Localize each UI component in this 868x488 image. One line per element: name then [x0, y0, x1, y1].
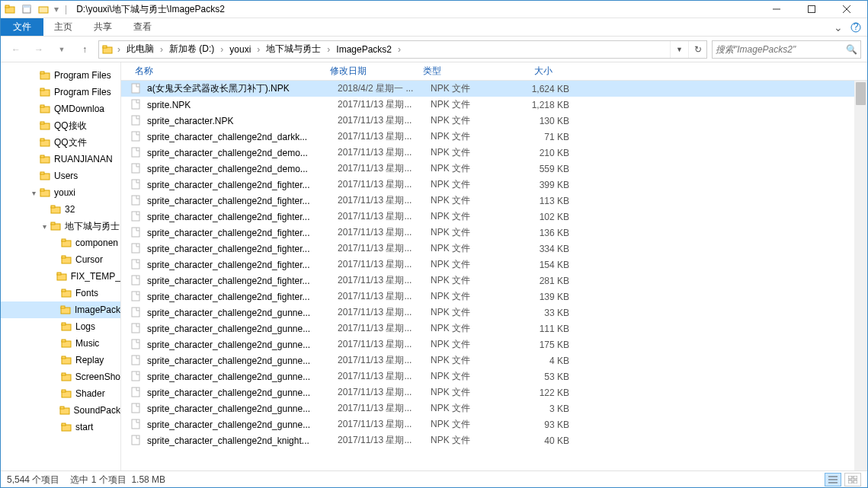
- file-row[interactable]: sprite_character_challenge2nd_demo...201…: [121, 161, 867, 177]
- search-box[interactable]: 🔍: [712, 40, 861, 59]
- file-row[interactable]: sprite_character_challenge2nd_fighter...…: [121, 273, 867, 289]
- breadcrumb-segment[interactable]: 此电脑: [122, 41, 159, 58]
- tree-item[interactable]: QQ接收: [1, 117, 120, 134]
- file-row[interactable]: sprite_character_challenge2nd_gunne...20…: [121, 336, 867, 352]
- tree-item[interactable]: SoundPack: [1, 402, 120, 419]
- tree-item[interactable]: Cursor: [1, 251, 120, 268]
- scrollbar-thumb[interactable]: [856, 82, 866, 105]
- forward-button[interactable]: →: [30, 40, 48, 59]
- file-row[interactable]: sprite_character_challenge2nd_fighter...…: [121, 241, 867, 257]
- close-button[interactable]: [829, 1, 864, 18]
- file-row[interactable]: sprite_character_challenge2nd_gunne...20…: [121, 416, 867, 432]
- file-row[interactable]: sprite_character_challenge2nd_gunne...20…: [121, 384, 867, 400]
- file-row[interactable]: sprite_character_challenge2nd_gunne...20…: [121, 400, 867, 416]
- file-row[interactable]: sprite_character_challenge2nd_fighter...…: [121, 257, 867, 273]
- file-date: 2017/11/13 星期...: [338, 146, 431, 159]
- file-size: 175 KB: [514, 340, 569, 350]
- details-view-button[interactable]: [825, 473, 841, 486]
- chevron-right-icon[interactable]: ›: [219, 44, 225, 55]
- ribbon-tab[interactable]: 共享: [83, 18, 123, 36]
- file-tab[interactable]: 文件: [1, 18, 43, 36]
- ribbon-tab[interactable]: 主页: [43, 18, 83, 36]
- file-row[interactable]: sprite_character_challenge2nd_fighter...…: [121, 289, 867, 305]
- nav-bar: ← → ▼ ↑ › 此电脑›新加卷 (D:)›youxi›地下城与勇士›Imag…: [1, 37, 867, 62]
- tree-item[interactable]: FIX_TEMP_: [1, 268, 120, 285]
- file-name: sprite_character_challenge2nd_gunne...: [147, 388, 338, 398]
- breadcrumb-segment[interactable]: 地下城与勇士: [261, 41, 325, 58]
- breadcrumb-segment[interactable]: 新加卷 (D:): [165, 41, 219, 58]
- tree-item[interactable]: Program Files: [1, 84, 120, 100]
- file-size: 71 KB: [514, 132, 569, 142]
- properties-icon[interactable]: [21, 3, 33, 15]
- expand-icon[interactable]: ▾: [28, 189, 39, 197]
- tree-item[interactable]: RUANJIANAN: [1, 151, 120, 167]
- tree-item[interactable]: Logs: [1, 318, 120, 335]
- tree-item[interactable]: QMDownloa: [1, 100, 120, 117]
- file-row[interactable]: sprite_character_challenge2nd_gunne...20…: [121, 352, 867, 368]
- col-name[interactable]: 名称: [130, 65, 325, 78]
- svg-rect-30: [51, 206, 55, 208]
- chevron-right-icon[interactable]: ›: [396, 44, 402, 55]
- address-bar[interactable]: › 此电脑›新加卷 (D:)›youxi›地下城与勇士›ImagePacks2›…: [98, 40, 707, 59]
- tree-item[interactable]: Shader: [1, 385, 120, 402]
- folder-tree[interactable]: Program FilesProgram FilesQMDownloaQQ接收Q…: [1, 62, 121, 470]
- qat: ▾ | D:\youxi\地下城与勇士\ImagePacks2: [4, 3, 225, 16]
- recent-dropdown[interactable]: ▼: [53, 40, 71, 59]
- file-row[interactable]: sprite.NPK2017/11/13 星期...NPK 文件1,218 KB: [121, 97, 867, 113]
- tree-item[interactable]: ImagePack: [1, 301, 120, 318]
- thumbnails-view-button[interactable]: [844, 473, 861, 486]
- tree-item[interactable]: ▾地下城与勇士: [1, 218, 120, 234]
- minimize-button[interactable]: [759, 1, 794, 18]
- up-button[interactable]: ↑: [75, 40, 94, 59]
- tree-item[interactable]: ScreenSho: [1, 368, 120, 385]
- help-icon[interactable]: ?: [850, 22, 861, 33]
- tree-item[interactable]: QQ文件: [1, 134, 120, 151]
- ribbon-expand-icon[interactable]: ⌄: [834, 21, 843, 33]
- tree-item[interactable]: Music: [1, 335, 120, 352]
- tree-item[interactable]: ▾youxi: [1, 184, 120, 201]
- search-icon[interactable]: 🔍: [846, 44, 857, 55]
- ribbon-tab[interactable]: 查看: [123, 18, 162, 36]
- chevron-right-icon[interactable]: ›: [325, 44, 332, 55]
- file-row[interactable]: sprite_character_challenge2nd_fighter...…: [121, 209, 867, 225]
- file-row[interactable]: sprite_character_challenge2nd_fighter...…: [121, 193, 867, 209]
- address-dropdown[interactable]: ▼: [670, 41, 688, 58]
- qat-dropdown-icon[interactable]: ▾: [54, 4, 59, 14]
- file-row[interactable]: sprite_character_challenge2nd_knight...2…: [121, 432, 867, 448]
- chevron-right-icon[interactable]: ›: [116, 44, 122, 55]
- col-date[interactable]: 修改日期: [325, 65, 418, 78]
- breadcrumb-segment[interactable]: youxi: [225, 41, 255, 58]
- file-row[interactable]: sprite_character.NPK2017/11/13 星期...NPK …: [121, 113, 867, 129]
- refresh-button[interactable]: ↻: [688, 41, 706, 58]
- tree-item[interactable]: Program Files: [1, 67, 120, 84]
- file-row[interactable]: sprite_character_challenge2nd_demo...201…: [121, 145, 867, 161]
- tree-item[interactable]: Replay: [1, 352, 120, 368]
- file-row[interactable]: sprite_character_challenge2nd_gunne...20…: [121, 305, 867, 321]
- tree-item[interactable]: Users: [1, 167, 120, 184]
- tree-item[interactable]: start: [1, 419, 120, 435]
- col-type[interactable]: 类型: [418, 65, 502, 78]
- open-icon[interactable]: [37, 3, 50, 15]
- col-size[interactable]: 大小: [502, 65, 557, 78]
- file-row[interactable]: sprite_character_challenge2nd_fighter...…: [121, 225, 867, 241]
- file-row[interactable]: sprite_character_challenge2nd_darkk...20…: [121, 129, 867, 145]
- breadcrumb-segment[interactable]: ImagePacks2: [332, 41, 396, 58]
- chevron-right-icon[interactable]: ›: [159, 44, 165, 55]
- file-row[interactable]: a(女鬼天全武器改长黑刀补丁).NPK2018/4/2 星期一 ...NPK 文…: [121, 81, 867, 97]
- column-headers[interactable]: 名称 修改日期 类型 大小: [121, 62, 867, 81]
- tree-item[interactable]: Fonts: [1, 285, 120, 301]
- file-date: 2017/11/13 星期...: [338, 290, 431, 303]
- back-button[interactable]: ←: [7, 40, 25, 59]
- file-row[interactable]: sprite_character_challenge2nd_fighter...…: [121, 177, 867, 193]
- chevron-right-icon[interactable]: ›: [255, 44, 261, 55]
- tree-item[interactable]: componen: [1, 234, 120, 251]
- maximize-button[interactable]: [794, 1, 829, 18]
- tree-item[interactable]: 32: [1, 201, 120, 218]
- expand-icon[interactable]: ▾: [39, 222, 50, 231]
- search-input[interactable]: [716, 44, 846, 55]
- file-row[interactable]: sprite_character_challenge2nd_gunne...20…: [121, 321, 867, 336]
- file-row[interactable]: sprite_character_challenge2nd_gunne...20…: [121, 368, 867, 384]
- vertical-scrollbar[interactable]: [854, 81, 867, 470]
- svg-rect-4: [39, 7, 48, 13]
- file-list[interactable]: 名称 修改日期 类型 大小 a(女鬼天全武器改长黑刀补丁).NPK2018/4/…: [121, 62, 867, 470]
